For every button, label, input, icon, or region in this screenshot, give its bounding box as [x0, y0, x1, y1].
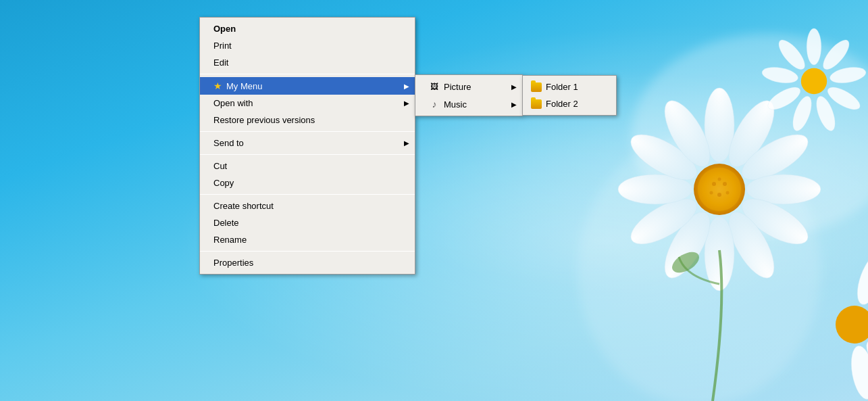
- submenu-my-menu: 🖼 Picture Folder 1 Folder 2 ♪ M: [415, 74, 523, 116]
- music-icon: ♪: [429, 99, 440, 110]
- picture-icon: 🖼: [429, 81, 440, 92]
- folder-item-1[interactable]: Folder 1: [523, 78, 616, 95]
- folder-icon-1: [531, 82, 542, 92]
- separator-1: [200, 74, 415, 74]
- menu-item-properties[interactable]: Properties: [200, 254, 415, 271]
- submenu-item-music[interactable]: ♪ Music: [415, 95, 522, 113]
- menu-item-send-to[interactable]: Send to: [200, 135, 415, 151]
- separator-2: [200, 131, 415, 132]
- folder-icon-2: [531, 99, 542, 109]
- desktop-background: [0, 0, 868, 401]
- menu-item-my-menu[interactable]: ★ My Menu 🖼 Picture Folder 1 Folder 2: [200, 77, 415, 95]
- separator-4: [200, 194, 415, 195]
- separator-3: [200, 154, 415, 155]
- menu-item-edit[interactable]: Edit: [200, 54, 415, 71]
- star-icon: ★: [213, 80, 222, 91]
- menu-item-open[interactable]: Open: [200, 20, 415, 37]
- menu-item-delete[interactable]: Delete: [200, 214, 415, 231]
- submenu-item-picture[interactable]: 🖼 Picture Folder 1 Folder 2: [415, 78, 522, 95]
- menu-item-print[interactable]: Print: [200, 37, 415, 54]
- submenu-folders-picture: Folder 1 Folder 2: [522, 75, 617, 116]
- menu-item-copy[interactable]: Copy: [200, 174, 415, 191]
- menu-item-rename[interactable]: Rename: [200, 231, 415, 248]
- context-menu: Open Print Edit ★ My Menu 🖼 Picture Fold…: [199, 17, 415, 275]
- folder-item-2[interactable]: Folder 2: [523, 95, 616, 112]
- menu-item-open-with[interactable]: Open with: [200, 95, 415, 112]
- menu-item-create-shortcut[interactable]: Create shortcut: [200, 197, 415, 214]
- separator-5: [200, 251, 415, 252]
- menu-item-cut[interactable]: Cut: [200, 158, 415, 174]
- menu-item-restore[interactable]: Restore previous versions: [200, 112, 415, 128]
